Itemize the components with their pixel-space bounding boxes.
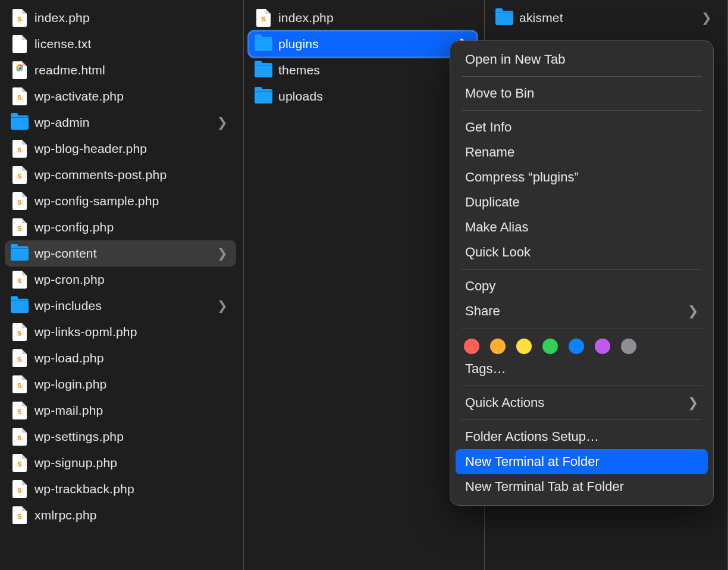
- list-item[interactable]: swp-trackback.php: [5, 476, 236, 502]
- folder-icon: [255, 87, 272, 105]
- sublime-file-icon: s: [11, 402, 29, 419]
- list-item-label: license.txt: [34, 37, 92, 51]
- sublime-file-icon: s: [11, 166, 29, 184]
- ctx-copy[interactable]: Copy: [456, 274, 708, 299]
- list-item-label: wp-config-sample.php: [34, 194, 159, 208]
- ctx-new-terminal-tab-at-folder[interactable]: New Terminal Tab at Folder: [456, 474, 708, 499]
- chevron-right-icon: ❯: [217, 299, 228, 313]
- folder-icon: [11, 114, 29, 131]
- list-item[interactable]: swp-comments-post.php: [5, 162, 236, 188]
- list-item-label: wp-load.php: [34, 351, 104, 365]
- list-item[interactable]: swp-settings.php: [5, 424, 236, 450]
- sublime-file-icon: s: [11, 349, 29, 367]
- ctx-folder-actions-setup[interactable]: Folder Actions Setup…: [456, 424, 708, 449]
- sublime-file-icon: s: [11, 454, 29, 472]
- list-item-label: themes: [278, 63, 320, 77]
- sublime-file-icon: s: [11, 323, 29, 341]
- context-menu: Open in New Tab Move to Bin Get Info Ren…: [450, 40, 714, 506]
- tag-dot[interactable]: [490, 339, 506, 354]
- list-item[interactable]: wp-content❯: [5, 240, 236, 267]
- folder-icon: [255, 35, 272, 53]
- list-item-label: wp-login.php: [34, 377, 106, 392]
- sublime-file-icon: s: [11, 192, 29, 210]
- list-item-label: wp-admin: [34, 115, 90, 130]
- sublime-file-icon: s: [11, 271, 29, 289]
- chevron-right-icon: ❯: [688, 395, 698, 411]
- folder-icon: [255, 61, 272, 79]
- tag-dot[interactable]: [621, 339, 636, 354]
- list-item[interactable]: swp-links-opml.php: [5, 319, 236, 345]
- ctx-open-new-tab[interactable]: Open in New Tab: [456, 47, 708, 72]
- chevron-right-icon: ❯: [217, 246, 228, 261]
- ctx-move-to-bin[interactable]: Move to Bin: [456, 81, 708, 106]
- list-item-label: index.php: [278, 11, 334, 25]
- chevron-right-icon: ❯: [701, 11, 712, 25]
- tag-color-row: [456, 333, 708, 358]
- ctx-get-info[interactable]: Get Info: [456, 115, 708, 140]
- ctx-share[interactable]: Share❯: [456, 299, 708, 324]
- column-1[interactable]: sindex.phplicense.txtreadme.htmlswp-acti…: [0, 0, 244, 570]
- list-item[interactable]: swp-signup.php: [5, 450, 236, 476]
- separator: [462, 328, 702, 328]
- sublime-file-icon: s: [11, 375, 29, 393]
- column-2[interactable]: sindex.phpplugins❯themes❯uploads❯: [244, 0, 485, 570]
- separator: [462, 110, 702, 111]
- sublime-file-icon: s: [11, 87, 29, 105]
- list-item-label: xmlrpc.php: [34, 508, 97, 522]
- list-item-label: wp-includes: [34, 299, 102, 313]
- list-item-label: wp-config.php: [34, 220, 114, 234]
- sublime-file-icon: s: [11, 480, 29, 498]
- ctx-rename[interactable]: Rename: [456, 140, 708, 165]
- list-item[interactable]: sindex.php: [5, 5, 236, 31]
- ctx-quick-look[interactable]: Quick Look: [456, 240, 708, 265]
- ctx-quick-actions[interactable]: Quick Actions❯: [456, 390, 708, 415]
- ctx-compress[interactable]: Compress “plugins”: [456, 165, 708, 190]
- sublime-file-icon: s: [11, 428, 29, 446]
- list-item[interactable]: license.txt: [5, 31, 236, 57]
- list-item[interactable]: wp-admin❯: [5, 109, 236, 136]
- folder-icon: [11, 245, 29, 262]
- list-item-label: wp-settings.php: [34, 430, 124, 444]
- chevron-right-icon: ❯: [217, 115, 228, 130]
- list-item[interactable]: swp-blog-header.php: [5, 136, 236, 162]
- list-item[interactable]: akismet❯: [489, 5, 720, 31]
- tag-dot[interactable]: [464, 339, 479, 354]
- list-item[interactable]: sxmlrpc.php: [5, 502, 236, 528]
- ctx-new-terminal-at-folder[interactable]: New Terminal at Folder: [456, 449, 708, 474]
- tag-dot[interactable]: [542, 339, 558, 354]
- list-item[interactable]: swp-config-sample.php: [5, 188, 236, 214]
- separator: [462, 419, 702, 420]
- list-item[interactable]: plugins❯: [249, 31, 477, 57]
- list-item[interactable]: swp-cron.php: [5, 267, 236, 293]
- tag-dot[interactable]: [569, 339, 584, 354]
- list-item-label: plugins: [278, 37, 319, 51]
- tag-dot[interactable]: [595, 339, 610, 354]
- list-item[interactable]: swp-login.php: [5, 371, 236, 397]
- list-item-label: wp-links-opml.php: [34, 325, 137, 339]
- list-item-label: wp-activate.php: [34, 89, 124, 104]
- list-item-label: wp-blog-header.php: [34, 142, 147, 156]
- tag-dot[interactable]: [516, 339, 532, 354]
- list-item[interactable]: swp-mail.php: [5, 397, 236, 424]
- list-item[interactable]: wp-includes❯: [5, 293, 236, 319]
- list-item[interactable]: uploads❯: [249, 83, 477, 109]
- list-item-label: readme.html: [34, 63, 105, 77]
- list-item[interactable]: readme.html: [5, 57, 236, 83]
- list-item-label: akismet: [519, 11, 563, 25]
- sublime-file-icon: s: [11, 9, 29, 27]
- ctx-make-alias[interactable]: Make Alias: [456, 215, 708, 240]
- list-item[interactable]: swp-load.php: [5, 345, 236, 371]
- ctx-duplicate[interactable]: Duplicate: [456, 190, 708, 215]
- list-item[interactable]: swp-activate.php: [5, 83, 236, 109]
- folder-icon: [495, 9, 513, 27]
- list-item-label: index.php: [34, 11, 90, 25]
- list-item[interactable]: themes❯: [249, 57, 477, 83]
- ctx-tags[interactable]: Tags…: [456, 358, 708, 381]
- separator: [462, 76, 702, 77]
- list-item[interactable]: swp-config.php: [5, 214, 236, 240]
- list-item[interactable]: sindex.php: [249, 5, 477, 31]
- list-item-label: wp-cron.php: [34, 273, 105, 287]
- separator: [462, 269, 702, 270]
- list-item-label: wp-comments-post.php: [34, 168, 167, 182]
- file-icon: [11, 35, 29, 53]
